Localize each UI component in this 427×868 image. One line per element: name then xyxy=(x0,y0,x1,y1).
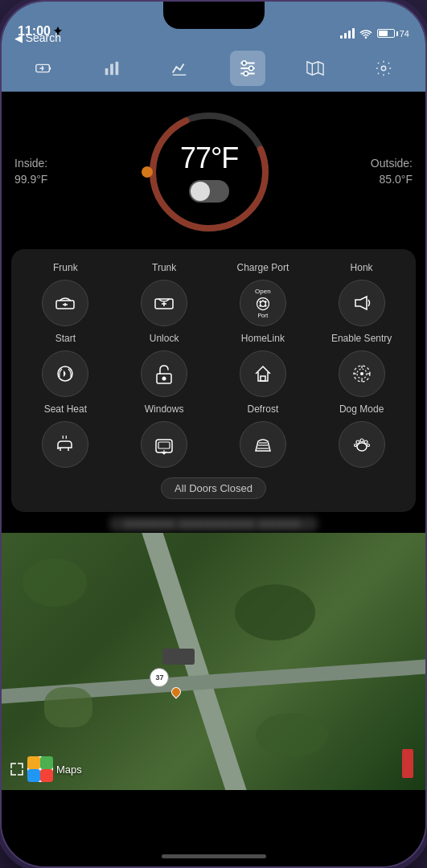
seat-heat-button[interactable] xyxy=(42,421,88,468)
unlock-icon xyxy=(154,362,174,385)
map-section[interactable]: 37 xyxy=(2,533,425,790)
controls-grid: Frunk Trunk xyxy=(18,262,409,468)
address-bar: XXXXXX XXXXXXXXX XXXXX xyxy=(2,517,425,531)
windows-label: Windows xyxy=(145,403,184,415)
stats-icon xyxy=(103,59,121,77)
maps-launch[interactable]: Maps xyxy=(10,756,82,782)
svg-point-37 xyxy=(360,372,363,375)
temperature-section: Inside: 99.9°F 77°F xyxy=(2,92,425,249)
svg-point-15 xyxy=(381,66,386,71)
battery-icon: 74 xyxy=(377,29,409,39)
unlock-control[interactable]: Unlock xyxy=(117,333,212,397)
seat-heat-label: Seat Heat xyxy=(44,403,87,415)
signal-icon xyxy=(340,28,355,39)
sentry-icon xyxy=(351,362,373,385)
trunk-icon xyxy=(152,291,176,315)
sentry-label: Enable Sentry xyxy=(331,333,392,344)
back-area[interactable]: ◀ Search xyxy=(14,31,61,45)
windows-button[interactable] xyxy=(141,421,187,468)
svg-rect-4 xyxy=(115,62,118,76)
defrost-control[interactable]: Defrost xyxy=(216,403,311,468)
seat-heat-icon xyxy=(54,433,76,456)
charge-port-button[interactable]: Open Port xyxy=(240,280,286,326)
route-number: 37 xyxy=(155,674,163,682)
homelink-label: HomeLink xyxy=(241,333,285,344)
honk-icon xyxy=(351,292,373,314)
homelink-control[interactable]: HomeLink xyxy=(216,333,311,397)
toggle-knob xyxy=(191,182,210,201)
map-icon xyxy=(306,59,324,77)
trunk-control[interactable]: Trunk xyxy=(117,262,212,326)
nav-controls[interactable] xyxy=(230,51,265,86)
outside-temp: Outside: 85.0°F xyxy=(371,156,413,187)
battery-nav-icon xyxy=(35,59,52,77)
windows-control[interactable]: Windows xyxy=(117,403,212,468)
nav-stats[interactable] xyxy=(94,51,129,86)
door-status-badge: All Doors Closed xyxy=(161,477,266,499)
nav-map[interactable] xyxy=(298,51,333,86)
blurred-address: XXXXXX XXXXXXXXX XXXXX xyxy=(109,517,318,531)
charge-port-control[interactable]: Charge Port Open Port xyxy=(216,262,311,326)
controls-panel: Frunk Trunk xyxy=(11,249,416,512)
svg-rect-3 xyxy=(110,64,113,76)
nav-graph[interactable] xyxy=(162,51,197,86)
charge-port-label: Charge Port xyxy=(237,262,289,273)
inside-label: Inside: xyxy=(14,156,47,172)
sentry-button[interactable] xyxy=(339,350,385,397)
svg-rect-1 xyxy=(50,67,51,70)
ac-toggle[interactable] xyxy=(189,180,229,203)
start-button[interactable] xyxy=(42,350,88,397)
door-status: All Doors Closed xyxy=(18,477,409,499)
start-label: Start xyxy=(55,333,76,344)
trunk-label: Trunk xyxy=(152,262,176,273)
frunk-control[interactable]: Frunk xyxy=(18,262,113,326)
honk-control[interactable]: Honk xyxy=(314,262,409,326)
home-indicator xyxy=(162,854,266,858)
honk-label: Honk xyxy=(351,262,373,273)
expand-icon xyxy=(10,762,24,776)
svg-rect-57 xyxy=(27,769,40,782)
dog-mode-button[interactable] xyxy=(339,421,385,468)
sentry-control[interactable]: Enable Sentry xyxy=(314,333,409,397)
wifi-icon xyxy=(359,29,372,39)
vegetation-1 xyxy=(23,559,87,607)
defrost-icon xyxy=(252,433,274,456)
maps-label: Maps xyxy=(56,764,82,776)
graph-icon xyxy=(170,59,188,77)
svg-rect-56 xyxy=(40,756,53,769)
vegetation-3 xyxy=(44,687,92,727)
nav-settings[interactable] xyxy=(366,51,401,86)
svg-point-33 xyxy=(162,377,166,381)
svg-rect-43 xyxy=(158,442,170,448)
sliders-icon xyxy=(237,58,258,79)
location-pin xyxy=(171,687,181,697)
temp-display: 77°F xyxy=(180,141,238,203)
frunk-button[interactable] xyxy=(42,280,88,326)
homelink-button[interactable] xyxy=(240,350,286,397)
start-control[interactable]: Start xyxy=(18,333,113,397)
vegetation-2 xyxy=(235,584,315,641)
svg-rect-34 xyxy=(261,376,265,381)
back-label[interactable]: Search xyxy=(26,31,61,44)
map-background: 37 xyxy=(2,533,425,790)
svg-point-50 xyxy=(360,439,363,442)
battery-label: 74 xyxy=(400,29,409,39)
dog-icon xyxy=(351,433,373,456)
seat-heat-control[interactable]: Seat Heat xyxy=(18,403,113,468)
unlock-button[interactable] xyxy=(141,350,187,397)
dog-mode-label: Dog Mode xyxy=(339,403,384,415)
charge-port-icon xyxy=(255,296,271,312)
maps-overlay[interactable]: Maps xyxy=(10,756,82,782)
nav-battery[interactable] xyxy=(26,51,61,86)
defrost-button[interactable] xyxy=(240,421,286,468)
maps-app-icon xyxy=(27,756,53,782)
vegetation-4 xyxy=(256,713,328,757)
dog-mode-control[interactable]: Dog Mode xyxy=(314,403,409,468)
temp-circle[interactable]: 77°F xyxy=(145,108,273,236)
svg-point-9 xyxy=(242,61,246,65)
svg-marker-12 xyxy=(307,62,323,76)
trunk-button[interactable] xyxy=(141,280,187,326)
car-shape xyxy=(162,649,195,665)
honk-button[interactable] xyxy=(339,280,385,326)
svg-point-24 xyxy=(257,297,269,309)
